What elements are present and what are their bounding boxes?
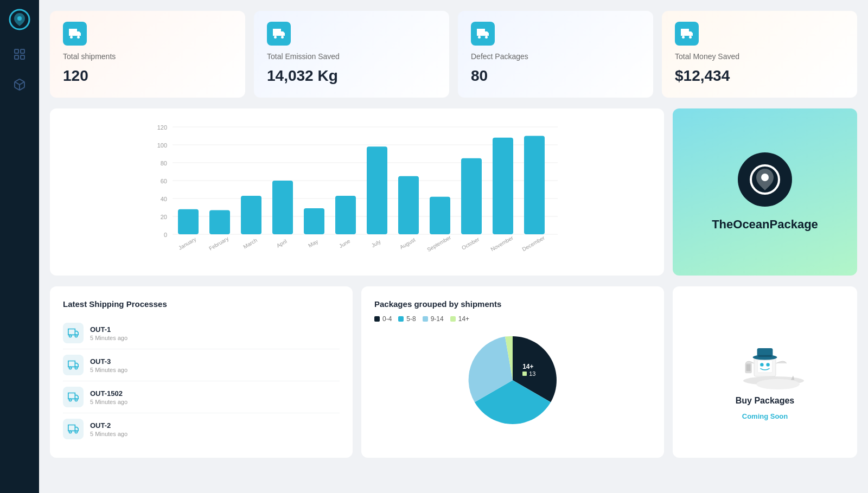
svg-point-59	[69, 399, 72, 401]
stat-label-money: Total Money Saved	[675, 52, 844, 61]
svg-rect-32	[272, 181, 293, 234]
sidebar	[0, 0, 39, 493]
svg-text:March: March	[242, 237, 258, 249]
svg-point-64	[756, 379, 800, 389]
svg-rect-29	[178, 209, 199, 234]
svg-point-56	[75, 335, 77, 337]
svg-point-57	[69, 367, 72, 369]
shipping-time-1: 5 Minutes ago	[90, 335, 127, 341]
shipping-list: OUT-1 5 Minutes ago OUT-3 5 Min	[63, 317, 340, 445]
stat-card-money: Total Money Saved $12,434	[662, 11, 857, 98]
buy-subtitle: Coming Soon	[742, 412, 788, 420]
svg-text:January: January	[177, 236, 197, 251]
pie-title: Packages grouped by shipments	[374, 299, 651, 309]
pie-legend: 0-4 5-8 9-14 14+	[374, 315, 651, 323]
shipping-id-2: OUT-3	[90, 357, 127, 366]
svg-point-8	[77, 36, 80, 39]
svg-text:April: April	[276, 238, 288, 249]
svg-point-1	[17, 16, 22, 21]
buy-card: Buy Packages Coming Soon	[673, 286, 857, 458]
svg-point-62	[75, 431, 77, 433]
truck-icon-shipments	[63, 22, 87, 46]
svg-rect-31	[241, 196, 261, 234]
truck-icon-money	[675, 22, 699, 46]
buy-illustration	[722, 324, 808, 389]
svg-text:80: 80	[161, 160, 167, 167]
brand-card: TheOceanPackage	[673, 108, 857, 276]
stat-value-emission: 14,032 Kg	[267, 67, 436, 85]
svg-text:100: 100	[157, 142, 167, 149]
pie-svg	[464, 331, 561, 429]
sidebar-logo	[9, 9, 30, 33]
grid-icon[interactable]	[13, 48, 26, 63]
shipping-id-3: OUT-1502	[90, 389, 127, 398]
svg-point-55	[69, 335, 72, 337]
stat-label-defect: Defect Packages	[471, 52, 640, 61]
svg-point-13	[682, 36, 685, 39]
list-item: OUT-3 5 Minutes ago	[63, 349, 340, 381]
svg-point-14	[689, 36, 692, 39]
pie-container: 14+ 13	[374, 331, 651, 429]
svg-rect-36	[398, 176, 419, 234]
main-content: Total shipments 120 Total Emission Saved…	[39, 0, 868, 493]
middle-row: 0 20 40 60 80 100 120	[50, 108, 857, 276]
svg-rect-71	[758, 355, 772, 356]
svg-rect-2	[15, 49, 18, 53]
svg-rect-5	[21, 55, 24, 59]
pie-chart-card: Packages grouped by shipments 0-4 5-8 9-…	[361, 286, 664, 458]
bottom-row: Latest Shipping Processes OUT-1 5 Minute…	[50, 286, 857, 458]
legend-item-9-14: 9-14	[423, 315, 444, 323]
svg-text:20: 20	[161, 214, 167, 220]
legend-dot-14plus	[450, 316, 456, 322]
legend-label-0-4: 0-4	[382, 315, 392, 323]
stat-card-defect: Defect Packages 80	[458, 11, 653, 98]
shipping-id-1: OUT-1	[90, 325, 127, 334]
truck-icon-out2	[63, 419, 84, 439]
svg-text:October: October	[461, 236, 481, 251]
legend-dot-0-4	[374, 316, 380, 322]
svg-rect-66	[757, 360, 772, 372]
svg-text:July: July	[371, 239, 382, 248]
svg-point-9	[274, 36, 277, 39]
stat-value-shipments: 120	[63, 67, 232, 85]
list-item: OUT-2 5 Minutes ago	[63, 413, 340, 445]
buy-title: Buy Packages	[736, 396, 795, 406]
brand-name: TheOceanPackage	[712, 217, 818, 232]
stat-value-defect: 80	[471, 67, 640, 85]
legend-item-14plus: 14+	[450, 315, 469, 323]
legend-label-5-8: 5-8	[406, 315, 416, 323]
bar-chart: 0 20 40 60 80 100 120	[63, 121, 651, 262]
legend-item-5-8: 5-8	[398, 315, 416, 323]
stat-card-shipments: Total shipments 120	[50, 11, 245, 98]
legend-dot-9-14	[423, 316, 428, 322]
svg-text:60: 60	[161, 178, 167, 184]
shipping-id-4: OUT-2	[90, 421, 127, 430]
chart-svg: 0 20 40 60 80 100 120	[63, 121, 651, 262]
truck-icon-out3	[63, 355, 84, 375]
truck-icon-emission	[267, 22, 291, 46]
svg-rect-33	[304, 208, 324, 234]
svg-point-10	[281, 36, 284, 39]
svg-point-54	[761, 174, 769, 181]
svg-point-58	[75, 367, 77, 369]
svg-rect-40	[524, 136, 545, 235]
svg-point-12	[485, 36, 488, 39]
svg-rect-73	[746, 364, 751, 371]
bar-chart-card: 0 20 40 60 80 100 120	[50, 108, 664, 276]
svg-text:February: February	[208, 235, 229, 252]
svg-rect-35	[367, 146, 387, 234]
svg-point-67	[760, 363, 763, 366]
svg-point-7	[70, 36, 73, 39]
svg-text:0: 0	[164, 232, 167, 238]
svg-rect-34	[335, 196, 356, 234]
stat-value-money: $12,434	[675, 67, 844, 85]
box-icon[interactable]	[13, 78, 26, 93]
stat-label-shipments: Total shipments	[63, 52, 232, 61]
svg-text:December: December	[521, 234, 546, 252]
legend-label-14plus: 14+	[458, 315, 469, 323]
truck-icon-out1	[63, 323, 84, 343]
shipping-card: Latest Shipping Processes OUT-1 5 Minute…	[50, 286, 353, 458]
svg-text:November: November	[490, 234, 515, 252]
truck-icon-defect	[471, 22, 495, 46]
stat-label-emission: Total Emission Saved	[267, 52, 436, 61]
